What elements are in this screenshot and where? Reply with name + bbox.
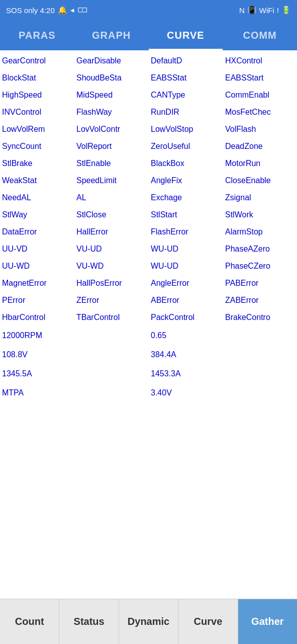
- table-row: DataError HallError FlashError AlarmStop: [0, 223, 297, 240]
- list-item: [223, 345, 297, 364]
- list-item: 384.4A: [149, 345, 223, 364]
- table-row: StlBrake StlEnable BlackBox MotorRun: [0, 155, 297, 172]
- tab-paras[interactable]: PARAS: [0, 20, 74, 50]
- list-item: RunDIR: [149, 104, 223, 121]
- list-item: ZeroUseful: [149, 138, 223, 155]
- status-button[interactable]: Status: [59, 599, 119, 644]
- list-item: LovVolContr: [74, 121, 149, 138]
- table-row: 1345.5A 1453.3A: [0, 364, 297, 383]
- table-row: StlWay StlClose StlStart StlWork: [0, 206, 297, 223]
- list-item: CommEnabl: [223, 87, 297, 104]
- status-right: N 📳 WiFi ! 🔋: [239, 6, 291, 15]
- sos-text: SOS only 4:20: [6, 6, 55, 15]
- list-item: SyncCount: [0, 138, 74, 155]
- list-item: StlBrake: [0, 155, 74, 172]
- list-item: AlarmStop: [223, 223, 297, 240]
- list-item: HallError: [74, 223, 149, 240]
- table-row: SyncCount VolReport ZeroUseful DeadZone: [0, 138, 297, 155]
- table-row: NeedAL AL Exchage Zsignal: [0, 189, 297, 206]
- list-item: HallPosError: [74, 275, 149, 292]
- battery-warning-icon: !: [277, 6, 279, 15]
- list-item: EABSStart: [223, 69, 297, 87]
- list-item: GearDisable: [74, 52, 149, 69]
- list-item: Exchage: [149, 189, 223, 206]
- table-row: MTPA 3.40V: [0, 383, 297, 403]
- list-item: DeadZone: [223, 138, 297, 155]
- list-item: BrakeContro: [223, 309, 297, 326]
- table-row: INVControl FlashWay RunDIR MosFetChec: [0, 104, 297, 121]
- list-item: [74, 345, 149, 364]
- table-row: MagnetError HallPosError AngleError PABE…: [0, 275, 297, 292]
- bottom-bar: Count Status Dynamic Curve Gather: [0, 599, 297, 644]
- photo-icon: 🀱: [77, 6, 87, 15]
- list-item: CANType: [149, 87, 223, 104]
- list-item: DefaultD: [149, 52, 223, 69]
- list-item: HXControl: [223, 52, 297, 69]
- count-button[interactable]: Count: [0, 599, 59, 644]
- list-item: MTPA: [0, 383, 74, 403]
- list-item: INVControl: [0, 104, 74, 121]
- table-row: UU-VD VU-UD WU-UD PhaseAZero: [0, 240, 297, 258]
- list-item: VolFlash: [223, 121, 297, 138]
- list-item: PError: [0, 292, 74, 309]
- list-item: [223, 383, 297, 403]
- list-item: AngleFix: [149, 172, 223, 189]
- list-item: 108.8V: [0, 345, 74, 364]
- list-item: PhaseAZero: [223, 240, 297, 258]
- list-item: LowVolRem: [0, 121, 74, 138]
- list-item: 1453.3A: [149, 364, 223, 383]
- tab-comm[interactable]: COMM: [223, 20, 297, 50]
- list-item: StlEnable: [74, 155, 149, 172]
- list-item: NeedAL: [0, 189, 74, 206]
- dynamic-button[interactable]: Dynamic: [119, 599, 178, 644]
- list-item: HighSpeed: [0, 87, 74, 104]
- list-item: [223, 326, 297, 345]
- list-item: AL: [74, 189, 149, 206]
- list-item: 3.40V: [149, 383, 223, 403]
- list-item: VU-WD: [74, 258, 149, 275]
- list-item: UU-VD: [0, 240, 74, 258]
- grid-content: GearControl GearDisable DefaultD HXContr…: [0, 50, 297, 405]
- table-row: WeakStat SpeedLimit AngleFix CloseEnable: [0, 172, 297, 189]
- nav-tabs: PARAS GRAPH CURVE COMM: [0, 20, 297, 50]
- table-row: HighSpeed MidSpeed CANType CommEnabl: [0, 87, 297, 104]
- list-item: SpeedLimit: [74, 172, 149, 189]
- tab-graph[interactable]: GRAPH: [74, 20, 149, 50]
- bell-icon: 🔔: [58, 6, 67, 15]
- list-item: [74, 364, 149, 383]
- signal-icon: ◂: [70, 6, 74, 15]
- tab-curve[interactable]: CURVE: [149, 20, 223, 50]
- status-bar: SOS only 4:20 🔔 ◂ 🀱 N 📳 WiFi ! 🔋: [0, 0, 297, 20]
- table-row: HbarControl TBarControl PackControl Brak…: [0, 309, 297, 326]
- table-row: LowVolRem LovVolContr LowVolStop VolFlas…: [0, 121, 297, 138]
- list-item: ABError: [149, 292, 223, 309]
- list-item: FlashError: [149, 223, 223, 240]
- curve-button[interactable]: Curve: [178, 599, 238, 644]
- list-item: MosFetChec: [223, 104, 297, 121]
- list-item: BlackBox: [149, 155, 223, 172]
- list-item: GearControl: [0, 52, 74, 69]
- list-item: HbarControl: [0, 309, 74, 326]
- gather-button[interactable]: Gather: [238, 599, 297, 644]
- list-item: [74, 383, 149, 403]
- list-item: [223, 364, 297, 383]
- list-item: Zsignal: [223, 189, 297, 206]
- list-item: AngleError: [149, 275, 223, 292]
- table-row: PError ZError ABError ZABError: [0, 292, 297, 309]
- list-item: StlClose: [74, 206, 149, 223]
- list-item: TBarControl: [74, 309, 149, 326]
- nfc-icon: N: [239, 6, 245, 15]
- list-item: WeakStat: [0, 172, 74, 189]
- table-row: GearControl GearDisable DefaultD HXContr…: [0, 52, 297, 69]
- list-item: LowVolStop: [149, 121, 223, 138]
- vibrate-icon: 📳: [247, 6, 257, 15]
- list-item: FlashWay: [74, 104, 149, 121]
- list-item: VU-UD: [74, 240, 149, 258]
- list-item: ZABError: [223, 292, 297, 309]
- list-item: DataError: [0, 223, 74, 240]
- list-item: PackControl: [149, 309, 223, 326]
- list-item: ShoudBeSta: [74, 69, 149, 87]
- list-item: MotorRun: [223, 155, 297, 172]
- list-item: WU-UD: [149, 258, 223, 275]
- list-item: PABError: [223, 275, 297, 292]
